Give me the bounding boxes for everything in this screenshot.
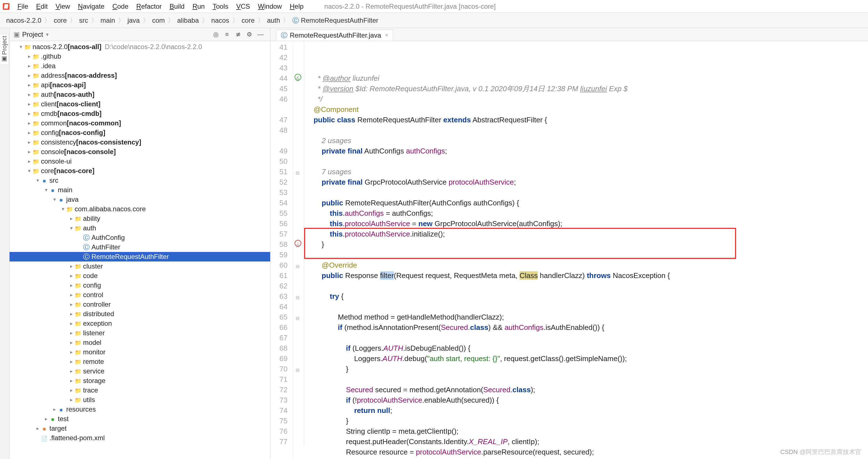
tree-item-service[interactable]: service — [9, 366, 270, 376]
tree-arrow-icon[interactable] — [26, 72, 32, 79]
code-line[interactable]: public Response filter(Request request, … — [308, 271, 868, 281]
tree-arrow-icon[interactable] — [68, 368, 74, 374]
tree-item-monitor[interactable]: monitor — [9, 347, 270, 357]
menu-view[interactable]: View — [52, 2, 74, 10]
tree-item-src[interactable]: src — [9, 176, 270, 185]
tree-arrow-icon[interactable] — [35, 177, 40, 183]
tree-item-address[interactable]: address [nacos-address] — [9, 71, 270, 80]
fold-icon[interactable]: ⊟ — [296, 261, 299, 272]
tab-remoterequestauthfilter[interactable]: RemoteRequestAuthFilter.java × — [276, 29, 393, 41]
tree-item-client[interactable]: client [nacos-client] — [9, 99, 270, 109]
menu-refactor[interactable]: Refactor — [132, 2, 166, 10]
tree-item-exception[interactable]: exception — [9, 319, 270, 328]
code-line[interactable] — [308, 156, 868, 167]
tree-item-api[interactable]: api [nacos-api] — [9, 80, 270, 90]
menu-run[interactable]: Run — [188, 2, 209, 10]
tree-item--flattened-pom-xml[interactable]: .flattened-pom.xml — [9, 433, 270, 443]
tree-arrow-icon[interactable] — [68, 301, 74, 307]
tree-arrow-icon[interactable] — [18, 44, 24, 50]
fold-icon[interactable]: ⊟ — [296, 168, 299, 178]
code-line[interactable]: Method method = getHandleMethod(handlerC… — [308, 312, 868, 323]
code-line[interactable]: public RemoteRequestAuthFilter(AuthConfi… — [308, 198, 868, 208]
tree-arrow-icon[interactable] — [26, 53, 32, 59]
code-line[interactable]: private final AuthConfigs authConfigs; — [308, 146, 868, 156]
breadcrumb-main[interactable]: main — [98, 17, 117, 24]
tree-arrow-icon[interactable] — [68, 349, 74, 355]
target-icon[interactable]: ◎ — [211, 30, 220, 39]
tree-arrow-icon[interactable] — [68, 397, 74, 403]
code-line[interactable]: this.authConfigs = authConfigs; — [308, 208, 868, 219]
tree-arrow-icon[interactable] — [68, 282, 74, 288]
tree-arrow-icon[interactable] — [68, 339, 74, 346]
menu-code[interactable]: Code — [108, 2, 132, 10]
tree-arrow-icon[interactable] — [68, 387, 74, 393]
tree-item-core[interactable]: core [nacos-core] — [9, 166, 270, 176]
tree-item-java[interactable]: java — [9, 195, 270, 204]
code-line[interactable] — [308, 281, 868, 291]
tree-item-console[interactable]: console [nacos-console] — [9, 147, 270, 157]
code-line[interactable] — [308, 250, 868, 260]
tree-item-common[interactable]: common [nacos-common] — [9, 118, 270, 128]
code-line[interactable]: @Component — [308, 104, 868, 115]
code-line[interactable]: this.protocolAuthService.initialize(); — [308, 229, 868, 239]
code-line[interactable]: request.putHeader(Constants.Identity.X_R… — [308, 436, 868, 447]
tree-item-auth[interactable]: auth [nacos-auth] — [9, 90, 270, 99]
code-line[interactable]: } — [308, 364, 868, 374]
fold-icon[interactable]: ⊟ — [296, 313, 299, 324]
breadcrumb-auth[interactable]: auth — [265, 17, 282, 24]
breadcrumb-src[interactable]: src — [77, 17, 90, 24]
tree-arrow-icon[interactable] — [68, 292, 74, 298]
menu-build[interactable]: Build — [166, 2, 188, 10]
code-line[interactable]: */ — [308, 94, 868, 104]
tree-item-target[interactable]: target — [9, 424, 270, 433]
code-line[interactable]: 7 usages — [308, 167, 868, 177]
tree-item--github[interactable]: .github — [9, 52, 270, 61]
tree-item-model[interactable]: model — [9, 338, 270, 347]
breadcrumb-java[interactable]: java — [125, 17, 142, 24]
fold-icon[interactable]: ⊟ — [296, 240, 299, 251]
project-tree[interactable]: nacos-2.2.0 [nacos-all]D:\code\nacos-2.2… — [9, 41, 270, 459]
tree-item-storage[interactable]: storage — [9, 376, 270, 386]
tree-item-remote[interactable]: remote — [9, 357, 270, 366]
tree-item-control[interactable]: control — [9, 290, 270, 300]
menu-navigate[interactable]: Navigate — [74, 2, 108, 10]
tree-arrow-icon[interactable] — [68, 359, 74, 365]
code-line[interactable]: Secured secured = method.getAnnotation(S… — [308, 385, 868, 395]
tree-item-distributed[interactable]: distributed — [9, 309, 270, 319]
menu-file[interactable]: File — [13, 2, 32, 10]
tree-arrow-icon[interactable] — [68, 273, 74, 279]
code-line[interactable]: * @author liuzunfei — [308, 73, 868, 84]
code-line[interactable] — [308, 187, 868, 198]
tree-arrow-icon[interactable] — [43, 416, 49, 422]
collapse-icon[interactable]: ≢ — [234, 30, 243, 39]
tree-arrow-icon[interactable] — [68, 215, 74, 222]
tree-item-code[interactable]: code — [9, 271, 270, 281]
menu-help[interactable]: Help — [286, 2, 308, 10]
tree-arrow-icon[interactable] — [26, 130, 32, 136]
tree-item-utils[interactable]: utils — [9, 395, 270, 404]
tree-arrow-icon[interactable] — [52, 196, 57, 203]
tree-arrow-icon[interactable] — [43, 187, 49, 193]
tree-item-config[interactable]: config [nacos-config] — [9, 128, 270, 137]
tree-item-config[interactable]: config — [9, 281, 270, 290]
breadcrumb-nacos-2.2.0[interactable]: nacos-2.2.0 — [4, 17, 43, 24]
code-line[interactable]: private final GrpcProtocolAuthService pr… — [308, 177, 868, 187]
breadcrumb-core[interactable]: core — [51, 17, 69, 24]
breadcrumb-core[interactable]: core — [239, 17, 257, 24]
code-line[interactable]: @Override — [308, 260, 868, 271]
code-line[interactable]: * @version $Id: RemoteRequestAuthFilter.… — [308, 84, 868, 94]
code-line[interactable]: try { — [308, 291, 868, 302]
code-line[interactable]: return null; — [308, 405, 868, 416]
code-line[interactable]: 2 usages — [308, 135, 868, 146]
menu-tools[interactable]: Tools — [209, 2, 232, 10]
close-icon[interactable]: × — [385, 32, 389, 38]
tree-item-auth[interactable]: auth — [9, 223, 270, 233]
code-line[interactable]: } — [308, 416, 868, 426]
chevron-down-icon[interactable]: ▾ — [46, 31, 49, 38]
tree-arrow-icon[interactable] — [68, 320, 74, 327]
menu-window[interactable]: Window — [254, 2, 286, 10]
menu-edit[interactable]: Edit — [32, 2, 52, 10]
code-line[interactable] — [308, 333, 868, 343]
tree-arrow-icon[interactable] — [35, 425, 40, 431]
breadcrumb-com[interactable]: com — [150, 17, 167, 24]
